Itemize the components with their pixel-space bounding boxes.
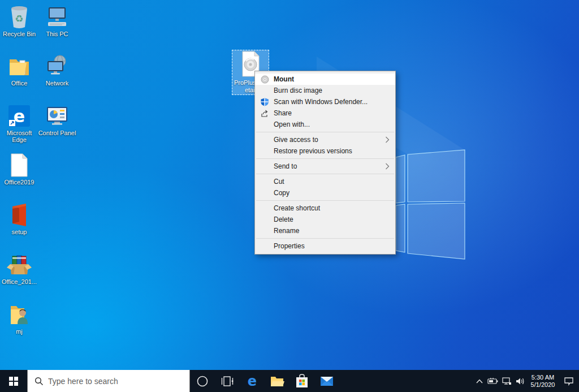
- icon-label: Microsoft Edge: [0, 130, 38, 143]
- menu-separator: [256, 132, 394, 132]
- defender-shield-icon: [260, 97, 270, 106]
- office-setup-icon: [7, 203, 32, 227]
- icon-label: Office2019: [4, 179, 34, 186]
- submenu-chevron-icon: [385, 136, 390, 143]
- folder-icon: [7, 54, 32, 79]
- desktop-icon-office2019[interactable]: Office2019: [0, 153, 38, 186]
- menu-item-label: Properties: [274, 242, 305, 250]
- search-icon: [34, 377, 44, 386]
- edge-icon: e: [245, 374, 260, 389]
- battery-icon[interactable]: [486, 370, 500, 392]
- menu-separator: [256, 200, 394, 201]
- menu-item-label: Rename: [274, 227, 299, 235]
- start-button[interactable]: [0, 370, 27, 392]
- context-menu: Mount Burn disc image Scan with Windows …: [254, 71, 396, 255]
- empty-icon-slot: [260, 177, 270, 186]
- icon-label: Office: [11, 80, 28, 87]
- menu-item-label: Send to: [274, 162, 297, 170]
- menu-item-rename[interactable]: Rename: [255, 225, 395, 236]
- cortana-icon: [196, 375, 209, 387]
- volume-icon[interactable]: [513, 370, 527, 392]
- desktop-icon-office-folder[interactable]: Office: [0, 54, 38, 87]
- svg-text:e: e: [248, 374, 257, 389]
- taskbar-button-microsoft-store[interactable]: [290, 370, 314, 392]
- system-tray: 5:30 AM 5/1/2020: [473, 370, 579, 392]
- recycle-bin-icon: ♻: [7, 5, 32, 29]
- icon-label: setup: [12, 229, 27, 235]
- menu-item-open-with[interactable]: Open with...: [255, 119, 395, 130]
- svg-text:♻: ♻: [15, 13, 23, 24]
- menu-item-mount[interactable]: Mount: [255, 74, 395, 85]
- taskbar-clock[interactable]: 5:30 AM 5/1/2020: [527, 374, 559, 389]
- menu-item-label: Give access to: [274, 136, 318, 144]
- empty-icon-slot: [260, 135, 270, 144]
- menu-item-give-access-to[interactable]: Give access to: [255, 134, 395, 145]
- empty-icon-slot: [260, 86, 270, 95]
- menu-item-label: Scan with Windows Defender...: [274, 98, 368, 106]
- empty-icon-slot: [260, 226, 270, 235]
- empty-icon-slot: [260, 188, 270, 197]
- desktop-icon-mj[interactable]: mj: [0, 302, 38, 335]
- taskbar-button-task-view[interactable]: [215, 370, 240, 392]
- user-folder-icon: [7, 302, 32, 327]
- menu-item-cut[interactable]: Cut: [255, 176, 395, 187]
- icon-label: Network: [46, 80, 68, 87]
- network-icon[interactable]: [500, 370, 513, 392]
- microsoft-store-icon: [295, 374, 309, 389]
- icon-label: mj: [16, 328, 23, 335]
- action-center-button[interactable]: [559, 370, 579, 392]
- task-view-icon: [221, 376, 234, 387]
- clock-time: 5:30 AM: [527, 374, 559, 381]
- taskbar-button-file-explorer[interactable]: [265, 370, 290, 392]
- menu-item-label: Restore previous versions: [274, 147, 352, 155]
- empty-icon-slot: [260, 242, 270, 251]
- taskbar-button-edge[interactable]: e: [240, 370, 265, 392]
- empty-icon-slot: [260, 147, 270, 156]
- menu-item-label: Share: [274, 109, 292, 117]
- menu-item-label: Mount: [274, 75, 294, 83]
- taskbar-button-mail[interactable]: [314, 370, 339, 392]
- submenu-chevron-icon: [385, 163, 390, 170]
- control-panel-icon: [45, 104, 70, 128]
- menu-separator: [256, 238, 394, 239]
- menu-item-restore-previous-versions[interactable]: Restore previous versions: [255, 145, 395, 157]
- desktop-icon-recycle-bin[interactable]: ♻ Recycle Bin: [0, 5, 38, 37]
- menu-item-label: Open with...: [274, 120, 310, 128]
- menu-item-label: Create shortcut: [274, 204, 320, 212]
- desktop-icon-office-201[interactable]: Office_201...: [0, 252, 38, 285]
- edge-icon: e: [7, 104, 32, 128]
- desktop-icon-microsoft-edge[interactable]: e Microsoft Edge: [0, 104, 38, 143]
- menu-item-label: Delete: [274, 216, 293, 223]
- menu-item-send-to[interactable]: Send to: [255, 161, 395, 172]
- desktop-icon-setup[interactable]: setup: [0, 203, 38, 235]
- desktop-icon-this-pc[interactable]: This PC: [38, 5, 76, 37]
- this-pc-icon: [45, 5, 70, 29]
- menu-item-label: Copy: [274, 189, 290, 197]
- icon-label: Office_201...: [2, 278, 37, 285]
- icon-label: Recycle Bin: [3, 31, 36, 37]
- menu-item-create-shortcut[interactable]: Create shortcut: [255, 203, 395, 214]
- menu-item-scan-with-windows-defender[interactable]: Scan with Windows Defender...: [255, 96, 395, 107]
- menu-item-burn-disc-image[interactable]: Burn disc image: [255, 85, 395, 96]
- disc-icon: [260, 75, 270, 84]
- taskbar-search-box[interactable]: [27, 370, 190, 392]
- search-input[interactable]: [48, 377, 172, 386]
- menu-item-copy[interactable]: Copy: [255, 187, 395, 199]
- menu-item-properties[interactable]: Properties: [255, 240, 395, 252]
- desktop-icon-network[interactable]: Network: [38, 54, 76, 87]
- empty-icon-slot: [260, 162, 270, 171]
- empty-icon-slot: [260, 120, 270, 129]
- taskbar: e: [0, 370, 579, 392]
- document-icon: [7, 153, 32, 178]
- windows-desktop: ♻ Recycle Bin This PC Offic: [0, 0, 579, 392]
- taskbar-button-cortana[interactable]: [190, 370, 215, 392]
- file-explorer-icon: [270, 374, 284, 388]
- desktop-icon-control-panel[interactable]: Control Panel: [38, 104, 76, 136]
- windows-logo-icon: [9, 377, 18, 386]
- empty-icon-slot: [260, 204, 270, 213]
- empty-icon-slot: [260, 215, 270, 224]
- menu-item-delete[interactable]: Delete: [255, 214, 395, 225]
- menu-item-share[interactable]: Share: [255, 107, 395, 119]
- clock-date: 5/1/2020: [527, 381, 559, 389]
- hidden-icons-chevron[interactable]: [473, 370, 486, 392]
